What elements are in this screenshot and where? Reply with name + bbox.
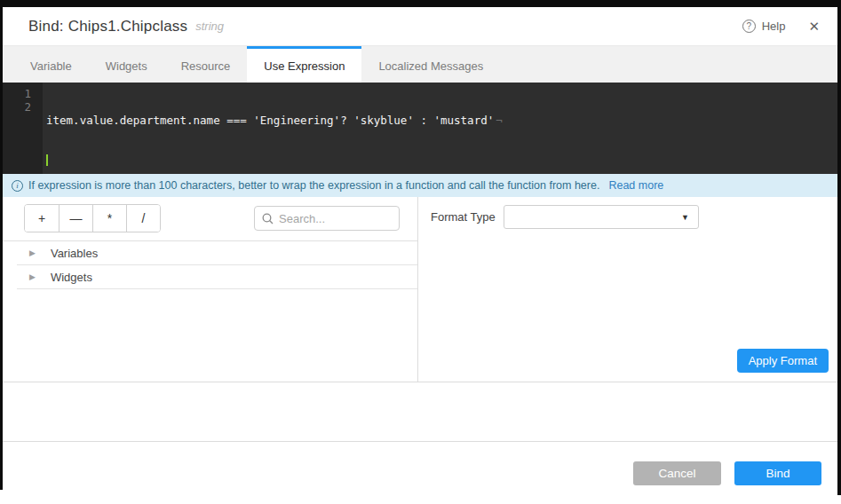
chevron-right-icon[interactable]: ▶ [29, 248, 36, 257]
main-area: + — * / ▶ Variables ▶ [3, 197, 837, 382]
expression-editor[interactable]: 1 2 item.value.department.name === 'Engi… [3, 83, 837, 174]
help-icon: ? [742, 20, 756, 33]
dropdown-arrow-icon: ▼ [681, 213, 689, 222]
code-text: item.value.department.name === 'Engineer… [46, 114, 494, 127]
text-cursor [46, 154, 48, 166]
bind-dialog: Bind: Chips1.Chipclass string ? Help ✕ V… [3, 7, 837, 504]
format-type-select[interactable]: ▼ [504, 205, 699, 229]
search-box[interactable] [254, 206, 400, 231]
dialog-subtitle: string [195, 20, 224, 33]
format-type-row: Format Type ▼ [418, 197, 837, 229]
chevron-right-icon[interactable]: ▶ [29, 272, 36, 281]
close-icon[interactable]: ✕ [808, 20, 820, 33]
info-bar: i If expression is more than 100 charact… [3, 174, 837, 197]
line-number: 1 [3, 87, 31, 100]
plus-operator-button[interactable]: + [25, 205, 59, 232]
dialog-footer: Cancel Bind [3, 441, 837, 504]
tree-item-widgets[interactable]: ▶ Widgets [17, 265, 417, 289]
tab-resource[interactable]: Resource [164, 46, 248, 83]
editor-gutter: 1 2 [3, 83, 43, 174]
left-panel: + — * / ▶ Variables ▶ [3, 197, 418, 382]
code-line-2 [46, 154, 837, 167]
cancel-button[interactable]: Cancel [633, 461, 721, 485]
apply-format-button[interactable]: Apply Format [737, 349, 829, 373]
help-label: Help [762, 20, 786, 33]
code-line-1: item.value.department.name === 'Engineer… [46, 114, 837, 127]
format-type-label: Format Type [431, 210, 504, 224]
operator-group: + — * / [24, 204, 161, 232]
dialog-header: Bind: Chips1.Chipclass string ? Help ✕ [3, 7, 837, 46]
search-icon [262, 213, 274, 224]
read-more-link[interactable]: Read more [608, 179, 663, 192]
divide-operator-button[interactable]: / [126, 205, 160, 232]
search-input[interactable] [279, 212, 392, 225]
tab-variable[interactable]: Variable [13, 46, 89, 83]
frame-top [0, 0, 841, 7]
tree-item-variables[interactable]: ▶ Variables [17, 241, 417, 265]
multiply-operator-button[interactable]: * [92, 205, 126, 232]
tab-widgets[interactable]: Widgets [89, 46, 164, 83]
frame-right [837, 7, 841, 495]
bind-button[interactable]: Bind [734, 461, 821, 485]
help-button[interactable]: ? Help [742, 20, 786, 33]
tree-item-label: Widgets [51, 271, 92, 284]
tab-localized-messages[interactable]: Localized Messages [361, 46, 500, 83]
right-panel: Format Type ▼ Apply Format [418, 197, 837, 382]
minus-operator-button[interactable]: — [59, 205, 92, 232]
tree-item-label: Variables [51, 247, 98, 260]
dialog-title: Bind: Chips1.Chipclass [28, 18, 187, 35]
tab-use-expression[interactable]: Use Expression [247, 46, 361, 83]
info-icon: i [12, 180, 23, 192]
toolbar-row: + — * / [3, 197, 417, 232]
footer-spacer [3, 382, 837, 441]
editor-code-area[interactable]: item.value.department.name === 'Engineer… [43, 83, 837, 174]
tab-bar: Variable Widgets Resource Use Expression… [3, 46, 837, 83]
line-number: 2 [3, 100, 31, 114]
info-text: If expression is more than 100 character… [28, 179, 599, 192]
eol-marker: ¬ [496, 114, 503, 127]
